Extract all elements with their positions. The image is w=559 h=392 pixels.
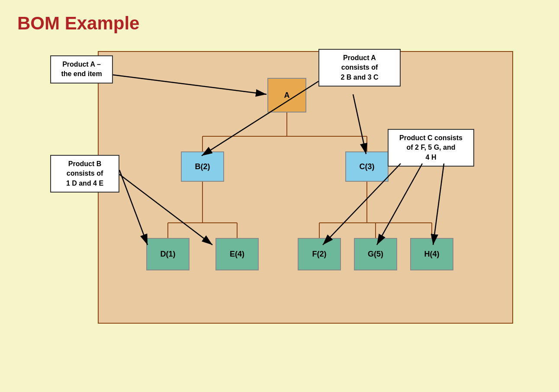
node-b: B(2) bbox=[181, 151, 224, 182]
callout-product-a-consists-text: Product Aconsists of2 B and 3 C bbox=[341, 54, 378, 81]
page-title: BOM Example bbox=[17, 13, 542, 34]
callout-product-c-text: Product C consistsof 2 F, 5 G, and4 H bbox=[399, 134, 463, 161]
callout-product-a-consists: Product Aconsists of2 B and 3 C bbox=[318, 49, 401, 87]
node-a: A bbox=[267, 78, 306, 112]
node-c: C(3) bbox=[345, 151, 389, 182]
callout-product-b-text: Product Bconsists of1 D and 4 E bbox=[66, 160, 103, 187]
diagram-container: A B(2) C(3) D(1) E(4) F(2) bbox=[42, 42, 517, 337]
callout-product-c: Product C consistsof 2 F, 5 G, and4 H bbox=[388, 129, 474, 167]
node-d: D(1) bbox=[146, 238, 190, 270]
bom-area: A B(2) C(3) D(1) E(4) F(2) bbox=[98, 51, 513, 324]
callout-product-b: Product Bconsists of1 D and 4 E bbox=[50, 155, 119, 193]
page: BOM Example bbox=[0, 0, 559, 392]
node-f: F(2) bbox=[298, 238, 341, 270]
callout-product-a-label: Product A –the end item bbox=[50, 55, 113, 84]
node-g: G(5) bbox=[354, 238, 397, 270]
node-h: H(4) bbox=[410, 238, 453, 270]
callout-product-a-label-text: Product A –the end item bbox=[61, 61, 102, 77]
node-e: E(4) bbox=[215, 238, 259, 270]
